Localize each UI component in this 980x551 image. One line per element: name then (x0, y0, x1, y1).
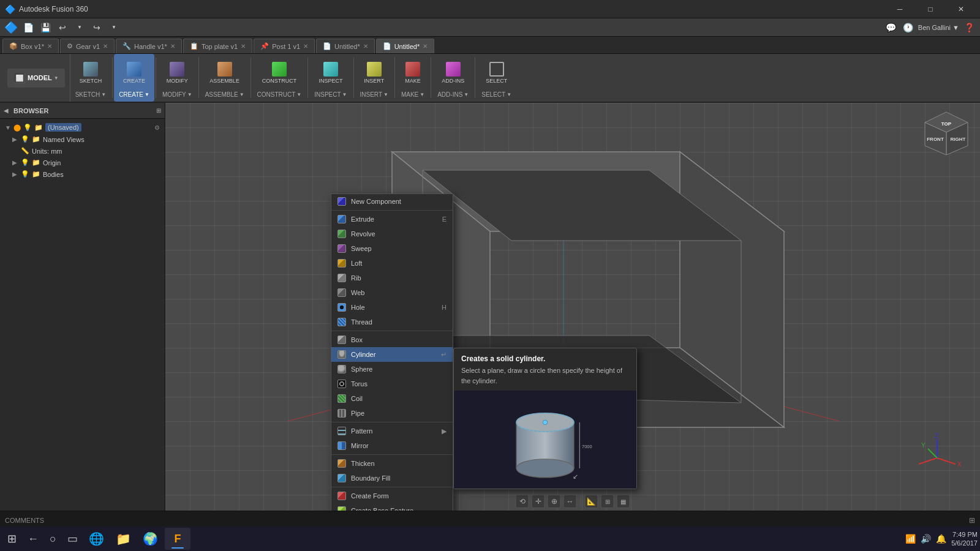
tab-gear-v1[interactable]: ⚙ Gear v1 ✕ (60, 39, 115, 53)
menu-item-pipe[interactable]: Pipe (331, 406, 453, 421)
tab-topplate-v1[interactable]: 📋 Top plate v1 ✕ (183, 39, 252, 53)
inspect-label[interactable]: INSPECT ▼ (314, 90, 347, 99)
tree-label: Named Views (43, 136, 85, 143)
menu-item-coil[interactable]: Coil (331, 391, 453, 406)
tree-icon2: 💡 (23, 124, 32, 132)
minimize-button[interactable]: ─ (886, 0, 914, 18)
inspect-button[interactable]: INSPECT (315, 57, 346, 89)
menu-item-web[interactable]: Web (331, 285, 453, 300)
menu-item-new-component[interactable]: New Component (331, 194, 453, 209)
assemble-label[interactable]: ASSEMBLE ▼ (205, 90, 244, 99)
menu-item-pattern[interactable]: Pattern ▶ (331, 424, 453, 438)
view-display-button[interactable]: 📐 (585, 495, 598, 508)
browser-header[interactable]: ◀ BROWSER ⊞ (0, 103, 165, 119)
maximize-button[interactable]: □ (916, 0, 944, 18)
view-pan-button[interactable]: ✛ (532, 495, 545, 508)
insert-label[interactable]: INSERT ▼ (360, 90, 388, 99)
nav-cube[interactable]: TOP RIGHT FRONT (919, 109, 974, 164)
menu-item-create-base-feature[interactable]: Create Base Feature (331, 503, 453, 511)
tab-close-topplate[interactable]: ✕ (241, 43, 246, 50)
menu-item-thicken[interactable]: Thicken (331, 456, 453, 471)
view-more-button[interactable]: ▦ (617, 495, 630, 508)
select-button[interactable]: SELECT (482, 57, 511, 89)
make-label[interactable]: MAKE ▼ (401, 90, 424, 99)
search-button[interactable]: ○ (45, 528, 61, 550)
tab-close-gear[interactable]: ✕ (103, 43, 108, 50)
make-button[interactable]: MAKE (401, 57, 424, 89)
tab-box-v1[interactable]: 📦 Box v1* ✕ (2, 39, 59, 53)
view-extents-button[interactable]: ↔ (564, 495, 577, 508)
redo-button[interactable]: ↪ (89, 20, 104, 35)
menu-item-create-form[interactable]: Create Form (331, 489, 453, 503)
menu-item-boundary-fill[interactable]: Boundary Fill (331, 471, 453, 485)
app-menu-button[interactable]: 🔷 (4, 20, 18, 35)
history-button[interactable]: 🕐 (901, 20, 916, 35)
tree-icon: 💡 (21, 159, 29, 167)
menu-item-cylinder[interactable]: Cylinder ↵ (331, 347, 453, 362)
menu-item-mirror[interactable]: Mirror (331, 438, 453, 453)
addins-label[interactable]: ADD-INS ▼ (437, 90, 469, 99)
construct-button[interactable]: CONSTRUCT (258, 57, 301, 89)
notification-icon[interactable]: 🔔 (936, 534, 946, 544)
undo-button[interactable]: ↩ (55, 20, 70, 35)
sketch-label[interactable]: SKETCH ▼ (75, 90, 106, 99)
modify-label[interactable]: MODIFY ▼ (162, 90, 192, 99)
redo-arrow[interactable]: ▼ (107, 20, 121, 35)
taskbar-fusion[interactable]: F (165, 528, 190, 550)
select-label[interactable]: SELECT ▼ (481, 90, 511, 99)
tree-settings-icon[interactable]: ⚙ (154, 124, 160, 131)
back-button[interactable]: ← (23, 528, 43, 550)
menu-item-sphere[interactable]: Sphere (331, 362, 453, 377)
view-orbit-button[interactable]: ⟲ (516, 495, 529, 508)
addins-button[interactable]: ADD-INS (438, 57, 468, 89)
insert-button[interactable]: INSERT (360, 57, 388, 89)
menu-item-box[interactable]: Box (331, 332, 453, 347)
menu-item-extrude[interactable]: Extrude E (331, 212, 453, 227)
sketch-button[interactable]: SKETCH (76, 57, 106, 89)
new-button[interactable]: 📄 (21, 20, 36, 35)
menu-item-revolve[interactable]: Revolve (331, 227, 453, 241)
assemble-button[interactable]: ASSEMBLE (206, 57, 243, 89)
taskbar-chrome[interactable]: 🌍 (138, 528, 164, 550)
view-grid-button[interactable]: ⊞ (601, 495, 614, 508)
tree-origin[interactable]: ▶ 💡 📁 Origin (0, 157, 165, 168)
viewport[interactable]: X Z Y TOP RIGHT FRONT (165, 103, 980, 511)
menu-item-thread[interactable]: Thread (331, 315, 453, 329)
task-view-button[interactable]: ▭ (62, 528, 83, 550)
tree-named-views[interactable]: ▶ 💡 📁 Named Views (0, 133, 165, 145)
menu-item-loft[interactable]: Loft (331, 256, 453, 271)
tab-close-untitled1[interactable]: ✕ (363, 43, 368, 50)
help-button[interactable]: ❓ (962, 20, 976, 35)
create-main-button[interactable]: CREATE (119, 57, 149, 89)
tab-handle-v1[interactable]: 🔧 Handle v1* ✕ (116, 39, 182, 53)
model-mode-button[interactable]: 🔲 MODEL ▼ (7, 69, 65, 88)
mode-arrow: ▼ (54, 75, 59, 81)
chat-button[interactable]: 💬 (884, 20, 899, 35)
menu-item-hole[interactable]: Hole H (331, 300, 453, 315)
taskbar-files[interactable]: 📁 (111, 528, 137, 550)
menu-item-rib[interactable]: Rib (331, 271, 453, 285)
taskbar-edge[interactable]: 🌐 (84, 528, 110, 550)
tab-close-handle[interactable]: ✕ (170, 43, 175, 50)
view-zoom-button[interactable]: ⊕ (548, 495, 561, 508)
start-button[interactable]: ⊞ (2, 528, 21, 550)
tab-close-untitled2[interactable]: ✕ (423, 43, 428, 50)
expand-comments-button[interactable]: ⊞ (969, 516, 975, 525)
tree-units[interactable]: 📏 Units: mm (0, 145, 165, 157)
modify-button[interactable]: MODIFY (163, 57, 192, 89)
menu-item-torus[interactable]: Torus (331, 377, 453, 391)
close-button[interactable]: ✕ (947, 0, 975, 18)
tree-bodies[interactable]: ▶ 💡 📁 Bodies (0, 168, 165, 180)
tab-untitled1[interactable]: 📄 Untitled* ✕ (316, 39, 375, 53)
tab-untitled2[interactable]: 📄 Untitled* ✕ (376, 39, 435, 53)
menu-item-sweep[interactable]: Sweep (331, 241, 453, 256)
tab-post-v1[interactable]: 📌 Post 1 v1 ✕ (254, 39, 315, 53)
undo-arrow[interactable]: ▼ (72, 20, 87, 35)
tab-close-post[interactable]: ✕ (303, 43, 308, 50)
tab-close-box[interactable]: ✕ (47, 43, 52, 50)
tab-icon: 📄 (383, 42, 391, 50)
save-button[interactable]: 💾 (38, 20, 53, 35)
tree-root[interactable]: ▼ ⬤ 💡 📁 (Unsaved) ⚙ (0, 121, 165, 133)
construct-label[interactable]: CONSTRUCT ▼ (257, 90, 302, 99)
create-label[interactable]: CREATE ▼ (119, 90, 149, 99)
